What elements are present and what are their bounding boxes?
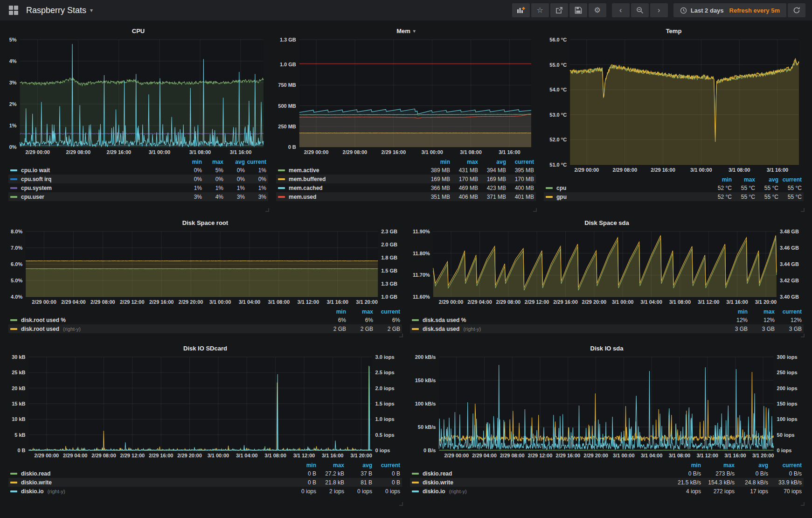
legend-column-current[interactable]: current xyxy=(247,159,268,165)
dashboard-picker-button[interactable] xyxy=(7,3,21,17)
legend-series-toggle[interactable]: disk.sda used(right-y) xyxy=(410,326,722,332)
panel-title-disk-io-sda[interactable]: Disk IO sda xyxy=(410,343,804,354)
time-back-button[interactable]: ‹ xyxy=(612,3,630,17)
legend-series-toggle[interactable]: diskio.io(right-y) xyxy=(8,488,290,495)
panel-resize-handle[interactable] xyxy=(801,334,805,337)
legend-column-min[interactable]: min xyxy=(290,462,318,469)
panel-title-mem[interactable]: Mem ▾ xyxy=(276,25,536,36)
legend-row-disk-sda-used: disk.sda used(right-y)3 GB3 GB3 GB xyxy=(410,324,804,333)
legend-value-max: 1% xyxy=(204,185,225,191)
legend-value-max: 2 iops xyxy=(318,488,346,495)
star-button[interactable]: ☆ xyxy=(531,3,549,17)
legend-value-min: 52 °C xyxy=(710,194,734,200)
svg-text:2/29 00:00: 2/29 00:00 xyxy=(444,453,469,458)
share-button[interactable] xyxy=(550,3,568,17)
legend-column-current[interactable]: current xyxy=(374,462,402,469)
legend-series-toggle[interactable]: disk.sda used % xyxy=(410,317,722,323)
legend-series-toggle[interactable]: diskio.io(right-y) xyxy=(410,488,669,495)
legend-disk-space-sda: minmaxcurrentdisk.sda used %12%12%12%dis… xyxy=(410,308,804,333)
legend-series-toggle[interactable]: diskio.read xyxy=(8,470,290,477)
legend-series-toggle[interactable]: diskio.write xyxy=(8,479,290,486)
svg-text:3/1 16:00: 3/1 16:00 xyxy=(724,453,746,458)
legend-series-toggle[interactable]: diskio.read xyxy=(410,470,669,477)
legend-series-toggle[interactable]: cpu.user xyxy=(8,194,182,200)
legend-column-avg[interactable]: avg xyxy=(225,159,247,165)
chart-disk-io-sda[interactable]: 0 B/s50 kB/s100 kB/s150 kB/s200 kB/s2/29… xyxy=(410,354,804,460)
legend-series-toggle[interactable]: diskio.write xyxy=(410,479,669,486)
legend-series-toggle[interactable]: mem.buffered xyxy=(276,176,424,182)
legend-header: minmaxavgcurrent xyxy=(544,175,804,183)
legend-series-toggle[interactable]: mem.used xyxy=(276,194,424,200)
legend-column-max[interactable]: max xyxy=(734,176,757,183)
legend-series-toggle[interactable]: mem.active xyxy=(276,167,424,174)
time-picker-group: Last 2 days Refresh every 5m xyxy=(673,3,805,17)
legend-series-toggle[interactable]: cpu.system xyxy=(8,185,182,191)
panel-resize-handle[interactable] xyxy=(265,208,269,212)
panel-resize-handle[interactable] xyxy=(533,208,537,212)
chart-mem[interactable]: 0 B250 MB500 MB750 MB1.0 GB1.3 GB2/29 00… xyxy=(276,36,536,157)
series-color-swatch xyxy=(546,196,553,198)
legend-column-max[interactable]: max xyxy=(750,308,777,315)
panel-resize-handle[interactable] xyxy=(801,208,805,212)
legend-series-toggle[interactable]: disk.root used % xyxy=(8,317,321,323)
legend-value-min: 0 B xyxy=(290,479,318,486)
legend-column-avg[interactable]: avg xyxy=(736,462,770,469)
legend-column-min[interactable]: min xyxy=(710,176,734,183)
panel-title-cpu[interactable]: CPU xyxy=(8,25,268,36)
save-button[interactable] xyxy=(569,3,587,17)
legend-column-min[interactable]: min xyxy=(669,462,703,469)
panel-resize-handle[interactable] xyxy=(399,502,403,506)
panel-title-temp[interactable]: Temp xyxy=(544,25,804,36)
svg-text:2/29 08:00: 2/29 08:00 xyxy=(91,453,116,458)
legend-series-toggle[interactable]: cpu xyxy=(544,185,710,191)
legend-column-min[interactable]: min xyxy=(321,308,348,315)
navbar: Raspberry Stats ▾ ☆ xyxy=(0,0,812,21)
legend-column-max[interactable]: max xyxy=(318,462,346,469)
legend-series-toggle[interactable]: cpu.soft irq xyxy=(8,176,182,182)
chart-disk-space-root[interactable]: 4.0%5.0%6.0%7.0%8.0%2/29 00:002/29 04:00… xyxy=(8,228,402,307)
legend-series-toggle[interactable]: disk.root used(right-y) xyxy=(8,326,321,332)
legend-column-current[interactable]: current xyxy=(770,462,804,469)
legend-column-current[interactable]: current xyxy=(508,159,536,165)
legend-value-min: 0% xyxy=(182,176,204,182)
legend-column-avg[interactable]: avg xyxy=(480,159,508,165)
panel-title-disk-space-sda[interactable]: Disk Space sda xyxy=(410,217,804,228)
legend-column-min[interactable]: min xyxy=(182,159,204,165)
refresh-button[interactable] xyxy=(788,3,805,17)
time-forward-button[interactable]: › xyxy=(650,3,668,17)
legend-series-toggle[interactable]: gpu xyxy=(544,194,710,200)
chart-cpu[interactable]: 0%1%2%3%4%5%2/29 00:002/29 08:002/29 16:… xyxy=(8,36,268,157)
time-range-button[interactable]: Last 2 days Refresh every 5m xyxy=(673,3,786,17)
legend-series-toggle[interactable]: cpu.io wait xyxy=(8,167,182,174)
chart-disk-space-sda[interactable]: 11.60%11.70%11.80%11.90%2/29 00:002/29 0… xyxy=(410,228,804,307)
panel-resize-handle[interactable] xyxy=(801,502,805,506)
legend-column-avg[interactable]: avg xyxy=(757,176,780,183)
legend-column-max[interactable]: max xyxy=(348,308,375,315)
legend-column-current[interactable]: current xyxy=(375,308,402,315)
legend-row-disk-root-used-: disk.root used %6%6%6% xyxy=(8,315,402,324)
legend-column-current[interactable]: current xyxy=(780,176,804,183)
legend-series-toggle[interactable]: mem.cached xyxy=(276,185,424,191)
chart-disk-io-sdcard[interactable]: 0 B5 kB10 kB15 kB20 kB25 kB30 kB2/29 00:… xyxy=(8,354,402,460)
legend-column-max[interactable]: max xyxy=(452,159,480,165)
panel-title-disk-io-sdcard[interactable]: Disk IO SDcard xyxy=(8,343,402,354)
legend-column-min[interactable]: min xyxy=(722,308,750,315)
add-panel-button[interactable] xyxy=(512,3,530,17)
dashboard-title[interactable]: Raspberry Stats ▾ xyxy=(26,6,93,15)
zoom-out-button[interactable] xyxy=(631,3,649,17)
legend-column-max[interactable]: max xyxy=(204,159,225,165)
chart-temp[interactable]: 51.0 °C52.0 °C53.0 °C54.0 °C55.0 °C56.0 … xyxy=(544,36,804,175)
legend-value-min: 169 MB xyxy=(424,176,452,182)
panel-resize-handle[interactable] xyxy=(399,334,403,337)
legend-column-avg[interactable]: avg xyxy=(346,462,374,469)
settings-button[interactable]: ⚙ xyxy=(589,3,606,17)
legend-column-current[interactable]: current xyxy=(777,308,804,315)
svg-text:3.46 GB: 3.46 GB xyxy=(780,245,799,251)
svg-text:300 iops: 300 iops xyxy=(777,354,798,360)
legend-column-max[interactable]: max xyxy=(703,462,736,469)
legend-row-diskio-io: diskio.io(right-y)0 iops2 iops0 iops0 io… xyxy=(8,487,402,496)
legend-column-min[interactable]: min xyxy=(424,159,452,165)
legend-value-max: 21.8 kB xyxy=(318,479,346,486)
legend-value-current: 70 iops xyxy=(770,488,804,495)
panel-title-disk-space-root[interactable]: Disk Space root xyxy=(8,217,402,228)
